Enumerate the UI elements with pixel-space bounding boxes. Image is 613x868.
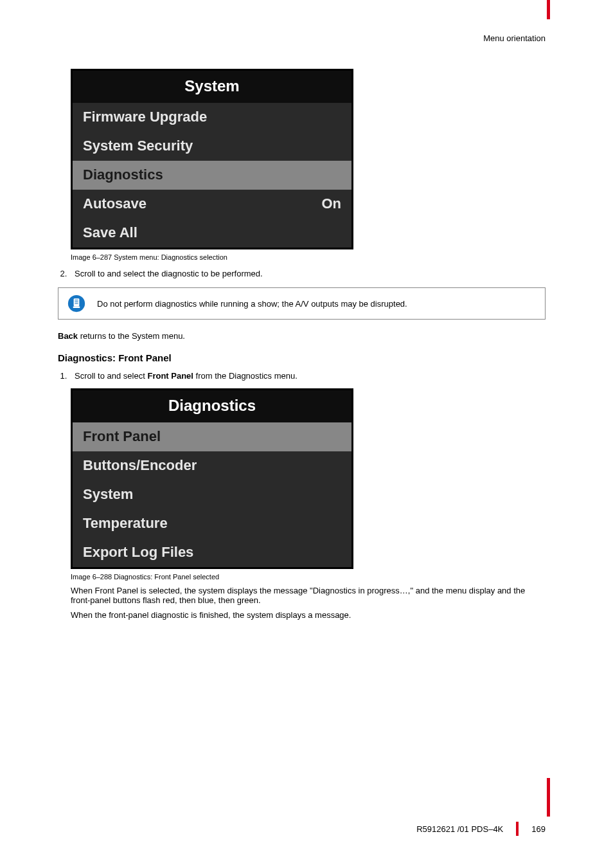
page-footer: R5912621 /01 PDS–4K 169: [416, 822, 546, 836]
body-paragraph-2: When the front-panel diagnostic is finis…: [71, 610, 546, 620]
menu-item-value: On: [321, 195, 341, 212]
menu-item-save-all[interactable]: Save All: [73, 219, 351, 248]
menu-item-autosave[interactable]: Autosave On: [73, 190, 351, 219]
back-rest: returns to the System menu.: [78, 331, 185, 341]
back-line: Back returns to the System menu.: [58, 331, 546, 341]
step-1: Scroll to and select Front Panel from th…: [69, 371, 546, 381]
menu-item-firmware-upgrade[interactable]: Firmware Upgrade: [73, 103, 351, 132]
menu-item-label: Buttons/Encoder: [83, 457, 197, 474]
menu-item-label: System: [83, 486, 133, 503]
note-box: Do not perform diagnostics while running…: [58, 287, 546, 320]
header-accent-bar: [547, 0, 550, 19]
running-header: Menu orientation: [58, 33, 546, 43]
system-menu-screenshot: System Firmware Upgrade System Security …: [71, 69, 353, 249]
svg-rect-1: [74, 298, 80, 306]
note-icon: [67, 294, 85, 312]
diagnostics-menu-screenshot: Diagnostics Front Panel Buttons/Encoder …: [71, 388, 353, 569]
diagnostics-menu-title: Diagnostics: [73, 390, 351, 422]
menu-item-front-panel[interactable]: Front Panel: [73, 422, 351, 451]
menu-item-export-log-files[interactable]: Export Log Files: [73, 538, 351, 567]
footer-accent-bar: [547, 778, 550, 817]
menu-item-label: Save All: [83, 224, 138, 241]
system-menu-title: System: [73, 71, 351, 103]
step-1-prefix: Scroll to and select: [75, 371, 147, 381]
menu-item-label: Front Panel: [83, 428, 161, 445]
menu-item-label: Export Log Files: [83, 544, 193, 561]
menu-item-label: Diagnostics: [83, 167, 163, 183]
step-1-bold: Front Panel: [147, 371, 193, 381]
svg-rect-2: [73, 306, 80, 308]
step-1-suffix: from the Diagnostics menu.: [193, 371, 298, 381]
back-keyword: Back: [58, 331, 78, 341]
menu-item-diagnostics[interactable]: Diagnostics: [73, 161, 351, 190]
menu-item-label: Firmware Upgrade: [83, 109, 207, 125]
menu-item-label: System Security: [83, 138, 193, 154]
page-number: 169: [531, 824, 546, 834]
body-paragraph-1: When Front Panel is selected, the system…: [71, 586, 546, 605]
note-text: Do not perform diagnostics while running…: [97, 299, 407, 309]
figure-caption-1: Image 6–287 System menu: Diagnostics sel…: [71, 253, 546, 261]
diagnostics-heading: Diagnostics: Front Panel: [58, 352, 546, 363]
footer-separator-icon: [516, 822, 519, 836]
step-2: Scroll to and select the diagnostic to b…: [69, 269, 546, 278]
menu-item-system-security[interactable]: System Security: [73, 132, 351, 161]
menu-item-label: Autosave: [83, 195, 147, 212]
menu-item-buttons-encoder[interactable]: Buttons/Encoder: [73, 451, 351, 480]
menu-item-label: Temperature: [83, 515, 168, 532]
figure-caption-2: Image 6–288 Diagnostics: Front Panel sel…: [71, 573, 546, 581]
doc-id: R5912621 /01 PDS–4K: [416, 824, 503, 834]
menu-item-system[interactable]: System: [73, 480, 351, 509]
menu-item-temperature[interactable]: Temperature: [73, 509, 351, 538]
